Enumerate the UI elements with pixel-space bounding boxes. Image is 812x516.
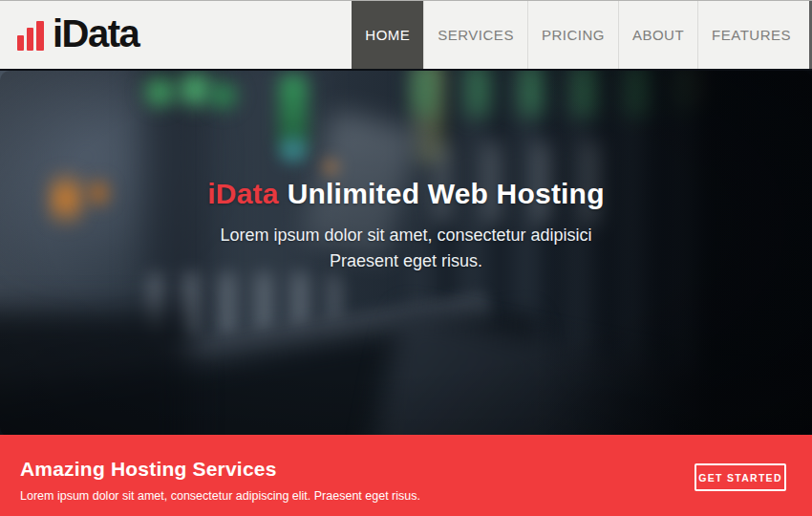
bar-chart-icon	[17, 20, 44, 51]
nav-item-home[interactable]: HOME	[352, 1, 423, 69]
hero-section: iDataUnlimited Web Hosting Lorem ipsum d…	[0, 69, 812, 435]
hero-title-rest: Unlimited Web Hosting	[288, 178, 605, 209]
cta-description: Lorem ipsum dolor sit amet, consectetur …	[20, 489, 812, 503]
hero-subtitle-line1: Lorem ipsum dolor sit amet, consectetur …	[220, 226, 591, 245]
nav-item-about[interactable]: ABOUT	[618, 1, 697, 69]
hero-title-accent: iData	[207, 178, 278, 209]
hero-subtitle: Lorem ipsum dolor sit amet, consectetur …	[0, 223, 812, 274]
hero-subtitle-line2: Praesent eget risus.	[330, 251, 482, 270]
nav-item-services[interactable]: SERVICES	[423, 1, 527, 69]
nav-item-pricing[interactable]: PRICING	[527, 1, 618, 69]
cta-heading: Amazing Hosting Services	[20, 458, 812, 481]
header: iData HOME SERVICES PRICING ABOUT FEATUR…	[0, 0, 812, 69]
page: iData HOME SERVICES PRICING ABOUT FEATUR…	[0, 0, 812, 516]
hero-content: iDataUnlimited Web Hosting Lorem ipsum d…	[0, 71, 812, 274]
cta-banner: Amazing Hosting Services Lorem ipsum dol…	[0, 435, 812, 516]
cta-text-block: Amazing Hosting Services Lorem ipsum dol…	[0, 435, 812, 503]
nav-item-features[interactable]: FEATURES	[697, 1, 804, 69]
main-nav: HOME SERVICES PRICING ABOUT FEATURES	[352, 1, 804, 69]
logo[interactable]: iData	[0, 1, 139, 69]
logo-text: iData	[53, 14, 139, 56]
hero-title: iDataUnlimited Web Hosting	[0, 178, 812, 210]
get-started-button[interactable]: GET STARTED	[694, 463, 786, 491]
